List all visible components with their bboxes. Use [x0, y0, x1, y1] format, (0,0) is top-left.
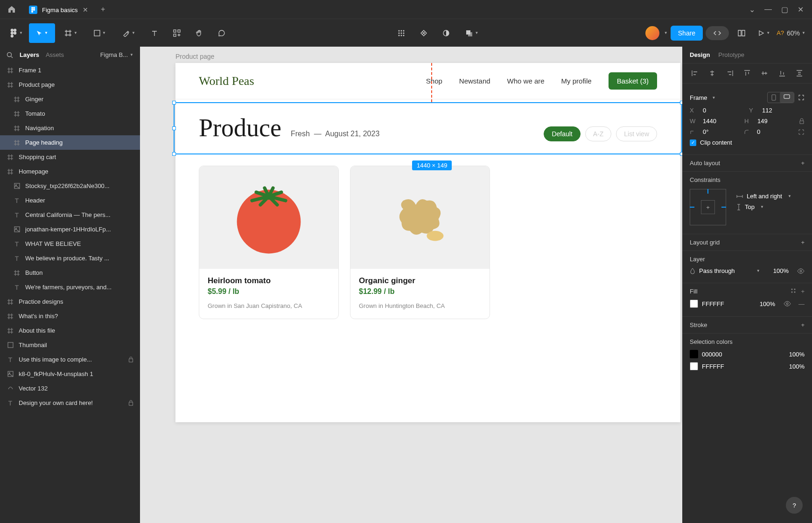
h-constraint-dropdown[interactable]: Left and right — [747, 193, 782, 200]
fill-hex[interactable]: FFFFFF — [702, 300, 756, 307]
add-grid-button[interactable]: + — [801, 239, 805, 246]
landscape-icon[interactable] — [780, 92, 794, 103]
home-button[interactable] — [0, 0, 23, 19]
resources-tool[interactable] — [167, 23, 187, 43]
missing-fonts-button[interactable]: A? — [777, 29, 784, 36]
resize-fit-icon[interactable] — [798, 94, 805, 101]
vertical-guide[interactable] — [431, 63, 432, 102]
layer-row[interactable]: jonathan-kemper-1HHrdIoLFp... — [0, 222, 140, 237]
layers-tab[interactable]: Layers — [20, 51, 39, 58]
layer-row[interactable]: Shopping cart — [0, 150, 140, 164]
component-tool[interactable] — [414, 23, 434, 43]
lock-icon[interactable] — [128, 356, 133, 363]
maximize-button[interactable]: ▢ — [781, 5, 788, 14]
w-input[interactable]: 1440 — [703, 118, 741, 125]
layer-row[interactable]: Practice designs — [0, 294, 140, 309]
mask-tool[interactable] — [436, 23, 456, 43]
nav-link[interactable]: Newstand — [459, 77, 490, 85]
lock-aspect-icon[interactable] — [799, 118, 805, 125]
canvas[interactable]: Product page World Peas Shop Newstand Wh… — [140, 47, 682, 523]
rotation-input[interactable]: 0° — [703, 128, 740, 135]
new-tab-button[interactable]: + — [94, 5, 112, 14]
x-input[interactable]: 0 — [703, 107, 745, 114]
selection-handle[interactable] — [172, 152, 176, 156]
share-button[interactable]: Share — [671, 26, 703, 41]
layer-row[interactable]: Vector 132 — [0, 381, 140, 396]
constraints-widget[interactable]: + — [690, 189, 726, 225]
selection-outline[interactable] — [174, 102, 682, 154]
visibility-icon[interactable] — [784, 301, 791, 307]
assets-tab[interactable]: Assets — [46, 51, 64, 58]
nav-link[interactable]: My profile — [561, 77, 592, 85]
layer-row[interactable]: What's in this? — [0, 309, 140, 323]
dev-mode-toggle[interactable] — [706, 26, 729, 40]
prototype-tab[interactable]: Prototype — [718, 51, 744, 58]
add-auto-layout-button[interactable]: + — [801, 160, 805, 167]
layer-row[interactable]: Header — [0, 193, 140, 208]
styles-icon[interactable] — [791, 288, 796, 295]
remove-fill-button[interactable]: — — [798, 300, 805, 307]
layout-grid-toggle[interactable] — [392, 23, 411, 43]
frame-type-dropdown[interactable]: Frame ▼ — [690, 94, 715, 101]
layer-row[interactable]: About this file — [0, 323, 140, 338]
layer-row[interactable]: Button — [0, 265, 140, 280]
basket-button[interactable]: Basket (3) — [609, 72, 657, 90]
layer-row[interactable]: WHAT WE BELIEVE — [0, 237, 140, 251]
present-button[interactable]: ▼ — [754, 23, 774, 43]
v-constraint-dropdown[interactable]: Top — [745, 203, 755, 210]
color-swatch[interactable] — [690, 350, 698, 358]
layer-row[interactable]: Homepage — [0, 164, 140, 179]
layer-row[interactable]: Design your own card here! — [0, 396, 140, 410]
layer-row[interactable]: Page heading — [0, 135, 140, 150]
library-button[interactable] — [732, 23, 751, 43]
blend-mode-dropdown[interactable]: Pass through — [699, 267, 751, 274]
align-vcenter-icon[interactable] — [759, 68, 770, 78]
color-swatch[interactable] — [690, 362, 698, 370]
shape-tool[interactable]: ▼ — [87, 23, 113, 43]
independent-corners-icon[interactable] — [798, 129, 805, 135]
color-hex[interactable]: 000000 — [702, 351, 785, 358]
layer-row[interactable]: Product page — [0, 77, 140, 92]
design-tab[interactable]: Design — [690, 51, 710, 58]
main-menu-button[interactable]: ▼ — [7, 23, 26, 43]
add-stroke-button[interactable]: + — [801, 321, 805, 328]
close-window-button[interactable]: ✕ — [798, 5, 804, 14]
pen-tool[interactable]: ▼ — [116, 23, 142, 43]
y-input[interactable]: 112 — [762, 107, 805, 114]
chevron-down-icon[interactable]: ⌄ — [749, 5, 755, 14]
fill-swatch[interactable] — [690, 300, 698, 308]
layer-row[interactable]: Frame 1 — [0, 63, 140, 77]
layer-row[interactable]: Navigation — [0, 121, 140, 135]
user-avatar[interactable] — [645, 26, 659, 40]
align-hcenter-icon[interactable] — [707, 68, 717, 78]
close-tab-icon[interactable]: ✕ — [83, 6, 88, 14]
layer-row[interactable]: k8-0_fkPHulv-M-unsplash 1 — [0, 367, 140, 381]
opacity-input[interactable]: 100% — [773, 267, 789, 274]
comment-tool[interactable] — [212, 23, 231, 43]
minimize-button[interactable]: — — [764, 5, 772, 14]
fill-opacity[interactable]: 100% — [760, 300, 775, 307]
align-left-icon[interactable] — [690, 68, 700, 78]
visibility-icon[interactable] — [797, 268, 805, 274]
frame-tool[interactable]: ▼ — [58, 23, 84, 43]
layer-row[interactable]: Use this image to comple... — [0, 352, 140, 367]
page-selector[interactable]: Figma B... ▼ — [100, 51, 133, 58]
layer-row[interactable]: Ginger — [0, 92, 140, 106]
file-tab[interactable]: Figma basics ✕ — [23, 0, 94, 19]
help-button[interactable]: ? — [786, 497, 803, 514]
color-opacity[interactable]: 100% — [789, 351, 805, 358]
layer-row[interactable]: We believe in produce. Tasty ... — [0, 251, 140, 265]
selection-handle[interactable] — [172, 126, 176, 130]
align-right-icon[interactable] — [725, 68, 735, 78]
add-fill-button[interactable]: + — [801, 288, 805, 295]
move-tool[interactable]: ▼ — [29, 23, 55, 43]
zoom-control[interactable]: 60% ▼ — [787, 29, 805, 37]
orientation-toggle[interactable] — [767, 92, 794, 103]
color-hex[interactable]: FFFFFF — [702, 363, 785, 370]
layer-row[interactable]: Tomato — [0, 106, 140, 121]
distribute-icon[interactable] — [794, 68, 805, 78]
hand-tool[interactable] — [189, 23, 209, 43]
clip-content-checkbox[interactable]: ✓ — [690, 139, 696, 146]
lock-icon[interactable] — [128, 400, 133, 406]
layer-row[interactable]: We're farmers, purveyors, and... — [0, 280, 140, 294]
